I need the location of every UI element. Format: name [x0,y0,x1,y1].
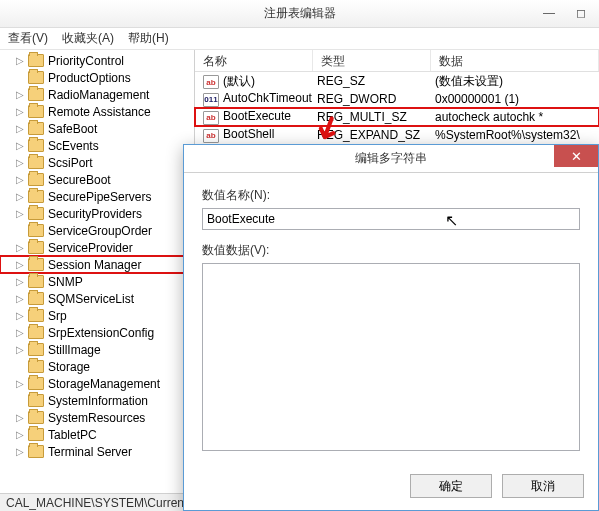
expander-icon[interactable]: ▷ [14,412,26,423]
menu-favorites[interactable]: 收藏夹(A) [62,30,114,47]
dialog-titlebar: 编辑多字符串 ✕ [184,145,598,173]
folder-icon [28,173,44,186]
expander-icon[interactable]: ▷ [14,276,26,287]
minimize-button[interactable]: — [535,4,563,22]
folder-icon [28,54,44,67]
tree-label: ServiceProvider [48,241,133,255]
tree-node[interactable]: ▷SrpExtensionConfig [0,324,194,341]
tree-label: StorageManagement [48,377,160,391]
tree-node[interactable]: ▷SecurePipeServers [0,188,194,205]
expander-icon[interactable]: ▷ [14,344,26,355]
dialog-title: 编辑多字符串 [355,150,427,167]
expander-icon[interactable]: ▷ [14,429,26,440]
tree-node[interactable]: ▷ServiceProvider [0,239,194,256]
list-row[interactable]: abBootExecuteREG_MULTI_SZautocheck autoc… [195,108,599,126]
folder-icon [28,88,44,101]
value-icon: ab [203,129,219,143]
tree-label: SystemResources [48,411,145,425]
expander-icon[interactable]: ▷ [14,89,26,100]
tree-label: Srp [48,309,67,323]
expander-icon[interactable]: ▷ [14,55,26,66]
tree-node[interactable]: ▷SecureBoot [0,171,194,188]
tree-node[interactable]: ▷SecurityProviders [0,205,194,222]
expander-icon[interactable]: ▷ [14,242,26,253]
value-type: REG_SZ [313,74,431,88]
tree-label: SrpExtensionConfig [48,326,154,340]
expander-icon[interactable]: ▷ [14,327,26,338]
expander-icon[interactable]: ▷ [14,123,26,134]
tree-label: ProductOptions [48,71,131,85]
menubar: 查看(V) 收藏夹(A) 帮助(H) [0,28,599,50]
tree-node[interactable]: ▷Terminal Server [0,443,194,460]
tree-node[interactable]: ▷RadioManagement [0,86,194,103]
expander-icon[interactable]: ▷ [14,191,26,202]
value-name: AutoChkTimeout [223,91,312,105]
tree-label: SecurityProviders [48,207,142,221]
expander-icon[interactable]: ▷ [14,446,26,457]
tree-node[interactable]: ▷Remote Assistance [0,103,194,120]
tree-label: SafeBoot [48,122,97,136]
tree-node[interactable]: ▷StillImage [0,341,194,358]
tree-label: SecurePipeServers [48,190,151,204]
list-row[interactable]: 011AutoChkTimeoutREG_DWORD0x00000001 (1) [195,90,599,108]
tree-node[interactable]: ▷StorageManagement [0,375,194,392]
value-data-textarea[interactable] [202,263,580,451]
tree-node[interactable]: ProductOptions [0,69,194,86]
folder-icon [28,71,44,84]
col-name[interactable]: 名称 [195,50,313,71]
expander-icon[interactable]: ▷ [14,293,26,304]
folder-icon [28,394,44,407]
folder-icon [28,309,44,322]
tree-node[interactable]: ▷SQMServiceList [0,290,194,307]
menu-help[interactable]: 帮助(H) [128,30,169,47]
expander-icon[interactable]: ▷ [14,310,26,321]
expander-icon[interactable]: ▷ [14,259,26,270]
tree-node[interactable]: ▷PriorityControl [0,52,194,69]
tree-node[interactable]: ▷ScEvents [0,137,194,154]
tree-label: SNMP [48,275,83,289]
value-icon: ab [203,111,219,125]
cancel-button[interactable]: 取消 [502,474,584,498]
expander-icon[interactable]: ▷ [14,140,26,151]
folder-icon [28,343,44,356]
value-type: REG_EXPAND_SZ [313,128,431,142]
tree-node[interactable]: ▷TabletPC [0,426,194,443]
value-name: BootShell [223,127,274,141]
value-name-input[interactable] [202,208,580,230]
folder-icon [28,190,44,203]
key-tree[interactable]: ▷PriorityControlProductOptions▷RadioMana… [0,50,195,493]
window-title: 注册表编辑器 [264,5,336,22]
tree-label: ScEvents [48,139,99,153]
col-type[interactable]: 类型 [313,50,431,71]
ok-button[interactable]: 确定 [410,474,492,498]
folder-icon [28,411,44,424]
tree-node[interactable]: SystemInformation [0,392,194,409]
list-row[interactable]: abBootShellREG_EXPAND_SZ%SystemRoot%\sys… [195,126,599,144]
folder-icon [28,241,44,254]
close-button[interactable]: ✕ [554,145,598,167]
expander-icon[interactable]: ▷ [14,157,26,168]
expander-icon[interactable]: ▷ [14,378,26,389]
value-icon: 011 [203,93,219,107]
col-data[interactable]: 数据 [431,50,599,71]
tree-label: SQMServiceList [48,292,134,306]
name-label: 数值名称(N): [202,187,580,204]
maximize-button[interactable]: ◻ [567,4,595,22]
tree-node[interactable]: ▷ScsiPort [0,154,194,171]
menu-view[interactable]: 查看(V) [8,30,48,47]
expander-icon[interactable]: ▷ [14,208,26,219]
tree-node[interactable]: ServiceGroupOrder [0,222,194,239]
tree-node[interactable]: ▷SafeBoot [0,120,194,137]
tree-node[interactable]: Storage [0,358,194,375]
list-row[interactable]: ab(默认)REG_SZ(数值未设置) [195,72,599,90]
folder-icon [28,224,44,237]
tree-node[interactable]: ▷Srp [0,307,194,324]
expander-icon[interactable]: ▷ [14,174,26,185]
folder-icon [28,428,44,441]
value-name: BootExecute [223,109,291,123]
expander-icon[interactable]: ▷ [14,106,26,117]
tree-node[interactable]: ▷Session Manager [0,256,194,273]
tree-node[interactable]: ▷SNMP [0,273,194,290]
tree-node[interactable]: ▷SystemResources [0,409,194,426]
folder-icon [28,445,44,458]
